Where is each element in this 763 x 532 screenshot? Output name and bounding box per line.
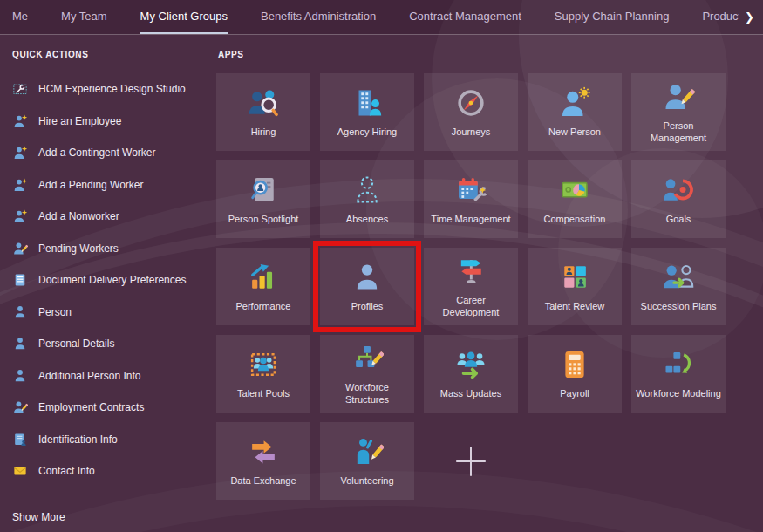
talent-pools-icon: [247, 348, 280, 381]
app-tile-label: Person Spotlight: [228, 213, 299, 225]
app-tile-volunteering[interactable]: Volunteering: [320, 422, 414, 500]
quick-action-employment-contracts[interactable]: Employment Contracts: [12, 392, 215, 424]
goals-icon: [662, 174, 695, 207]
app-tile-agency-hiring[interactable]: Agency Hiring: [320, 73, 414, 151]
app-tile-label: Talent Pools: [237, 387, 290, 399]
app-tile-workforce-structures[interactable]: Workforce Structures: [320, 335, 414, 413]
quick-action-contact-info[interactable]: Contact Info: [12, 455, 215, 488]
quick-action-label: Add a Nonworker: [38, 210, 119, 222]
app-tile-person-management[interactable]: Person Management: [631, 73, 726, 151]
nav-tab-label: Product Ma: [702, 10, 739, 23]
quick-action-person[interactable]: Person: [12, 297, 215, 329]
mass-updates-icon: [454, 348, 487, 381]
quick-action-label: HCM Experience Design Studio: [38, 83, 186, 95]
quick-action-label: Contact Info: [38, 465, 95, 477]
data-exchange-icon: [247, 435, 280, 468]
journeys-icon: [454, 86, 487, 119]
compensation-icon: [558, 174, 591, 207]
nav-tab-my-team[interactable]: My Team: [61, 0, 107, 34]
app-tile-new-person[interactable]: New Person: [528, 73, 622, 151]
app-tile-workforce-modeling[interactable]: Workforce Modeling: [631, 335, 726, 413]
app-tile-label: Payroll: [560, 387, 589, 399]
nav-tab-contract-management[interactable]: Contract Management: [409, 0, 521, 34]
quick-action-label: Additional Person Info: [38, 370, 140, 382]
nav-tab-product-ma[interactable]: Product Ma: [702, 0, 739, 34]
nav-tab-label: Benefits Administration: [261, 10, 376, 23]
person-spotlight-icon: [247, 174, 280, 207]
quick-actions-heading: QUICK ACTIONS: [12, 50, 215, 59]
app-tile-succession-plans[interactable]: Succession Plans: [631, 248, 726, 325]
quick-action-document-delivery-preferences[interactable]: Document Delivery Preferences: [12, 264, 215, 297]
apps-grid: HiringAgency HiringJourneysNew PersonPer…: [216, 73, 726, 500]
quick-action-hcm-experience-design-studio[interactable]: HCM Experience Design Studio: [12, 73, 215, 106]
nav-overflow-chevron-icon[interactable]: ❯: [741, 0, 758, 33]
nav-tab-my-client-groups[interactable]: My Client Groups: [140, 0, 228, 34]
quick-action-add-a-nonworker[interactable]: Add a Nonworker: [12, 201, 215, 233]
app-tile-talent-pools[interactable]: Talent Pools: [216, 335, 310, 413]
nav-tab-supply-chain-planning[interactable]: Supply Chain Planning: [555, 0, 670, 34]
document-person-icon: [12, 432, 28, 447]
nav-tab-label: My Team: [61, 10, 107, 23]
app-tile-label: Compensation: [544, 213, 606, 225]
quick-action-label: Add a Pending Worker: [38, 179, 144, 191]
person-pencil-icon: [12, 241, 28, 256]
quick-actions-panel: QUICK ACTIONS HCM Experience Design Stud…: [0, 35, 215, 532]
quick-action-label: Personal Details: [38, 338, 114, 350]
nav-tab-me[interactable]: Me: [12, 0, 28, 34]
add-app-tile[interactable]: [424, 422, 518, 500]
app-tile-data-exchange[interactable]: Data Exchange: [216, 422, 310, 500]
app-tile-person-spotlight[interactable]: Person Spotlight: [216, 160, 310, 238]
quick-action-label: Identification Info: [38, 433, 118, 446]
plus-icon: [453, 443, 489, 480]
app-tile-career-development[interactable]: Career Development: [424, 248, 518, 325]
absences-icon: [351, 174, 384, 207]
quick-action-add-a-contingent-worker[interactable]: Add a Contingent Worker: [12, 137, 215, 169]
app-tile-label: Agency Hiring: [337, 126, 397, 138]
app-tile-label: Profiles: [351, 300, 384, 312]
quick-action-add-a-pending-worker[interactable]: Add a Pending Worker: [12, 169, 215, 201]
app-tile-mass-updates[interactable]: Mass Updates: [424, 335, 518, 413]
person-icon: [12, 368, 28, 384]
document-lines-icon: [12, 272, 28, 288]
app-tile-label: New Person: [548, 126, 601, 138]
succession-plans-icon: [662, 261, 695, 294]
person-plus-icon: [12, 208, 28, 224]
app-tile-talent-review[interactable]: Talent Review: [528, 248, 622, 325]
talent-review-icon: [558, 261, 591, 294]
quick-action-personal-details[interactable]: Personal Details: [12, 328, 215, 360]
agency-hiring-icon: [351, 86, 384, 119]
time-management-icon: [454, 174, 487, 207]
nav-tab-label: My Client Groups: [140, 10, 228, 23]
quick-action-identification-info[interactable]: Identification Info: [12, 424, 215, 456]
app-tile-payroll[interactable]: Payroll: [528, 335, 622, 413]
nav-tab-benefits-administration[interactable]: Benefits Administration: [261, 0, 376, 34]
app-tile-journeys[interactable]: Journeys: [424, 73, 518, 151]
app-tile-label: Goals: [666, 213, 691, 225]
app-tile-label: Absences: [346, 213, 388, 225]
app-tile-label: Workforce Structures: [324, 381, 410, 406]
show-more-link[interactable]: Show More: [12, 511, 65, 523]
app-tile-label: Mass Updates: [440, 387, 501, 399]
quick-actions-list: HCM Experience Design StudioHire an Empl…: [12, 73, 215, 488]
quick-action-pending-workers[interactable]: Pending Workers: [12, 233, 215, 265]
app-tile-time-management[interactable]: Time Management: [424, 160, 518, 238]
app-tile-label: Hiring: [251, 126, 276, 138]
app-tile-profiles[interactable]: Profiles: [320, 248, 414, 325]
quick-action-label: Hire an Employee: [38, 115, 121, 127]
app-tile-goals[interactable]: Goals: [631, 160, 726, 238]
app-tile-compensation[interactable]: Compensation: [528, 160, 622, 238]
app-tile-absences[interactable]: Absences: [320, 160, 414, 238]
apps-panel: APPS HiringAgency HiringJourneysNew Pers…: [216, 35, 726, 500]
app-tile-label: Workforce Modeling: [636, 387, 721, 399]
design-studio-icon: [12, 81, 28, 97]
quick-action-hire-an-employee[interactable]: Hire an Employee: [12, 106, 215, 138]
hiring-icon: [247, 86, 280, 119]
top-nav-items: MeMy TeamMy Client GroupsBenefits Admini…: [0, 0, 739, 34]
quick-action-additional-person-info[interactable]: Additional Person Info: [12, 360, 215, 392]
app-tile-performance[interactable]: Performance: [216, 248, 310, 325]
nav-tab-label: Supply Chain Planning: [555, 10, 670, 23]
app-tile-label: Career Development: [428, 294, 514, 319]
envelope-icon: [12, 463, 28, 479]
app-tile-hiring[interactable]: Hiring: [216, 73, 310, 151]
workforce-structures-icon: [351, 342, 384, 375]
